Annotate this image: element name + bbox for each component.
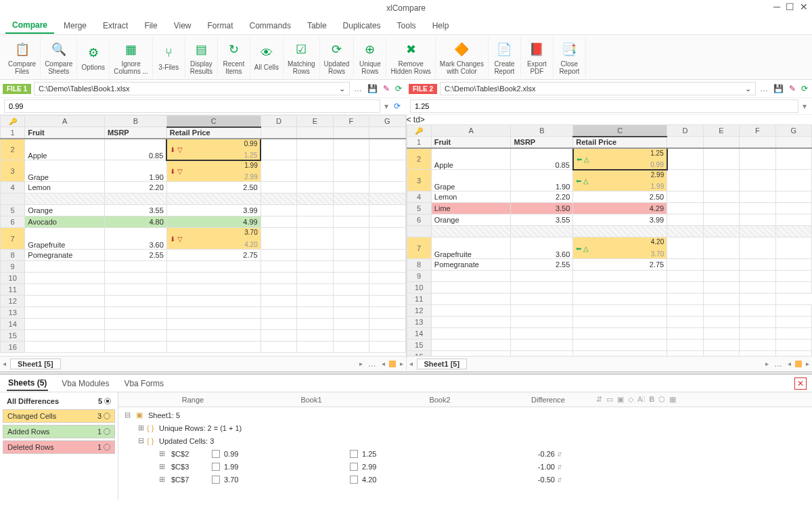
ribbon-compare-sheets[interactable]: 🔍Compare Sheets [41, 37, 77, 78]
radio-icon[interactable] [104, 428, 110, 435]
formula1-input[interactable] [4, 99, 380, 113]
summary-all[interactable]: All Differences5 [3, 395, 115, 407]
dropdown-icon[interactable]: ▾ [801, 101, 808, 111]
col-A[interactable]: A [431, 125, 511, 137]
checkbox[interactable] [350, 463, 358, 471]
row-3[interactable]: 3Grape1.90 ⬇ ▽1.992.99 [1, 160, 406, 182]
menu-file[interactable]: File [137, 18, 164, 33]
row-5[interactable]: 5Lime3.504.29 [407, 203, 812, 214]
col-F[interactable]: F [333, 116, 369, 127]
grid-2[interactable]: < td> 🔑 A B C D E F G 1FruitMSRPRetail P… [407, 115, 813, 356]
row-7[interactable]: 7Grapefruite3.60 ⬅ △4.203.70 [407, 237, 812, 259]
col-G[interactable]: G [369, 116, 405, 127]
ribbon-create-report[interactable]: 📄Create Report [489, 37, 521, 78]
menu-compare[interactable]: Compare [5, 18, 54, 34]
ribbon-updated-rows[interactable]: ⟳Updated Rows [320, 37, 355, 78]
next-icon[interactable]: ▸ [765, 360, 769, 367]
checkbox[interactable] [212, 450, 220, 458]
menu-format[interactable]: Format [201, 18, 240, 33]
menu-commands[interactable]: Commands [243, 18, 298, 33]
refresh-icon[interactable]: ⟳ [392, 101, 402, 111]
ribbon-mark-changes-with-color[interactable]: 🔶Mark Changes with Color [436, 37, 489, 78]
tool-icon[interactable]: ▦ [669, 395, 676, 404]
row-5[interactable]: 5Orange3.553.99 [1, 205, 406, 216]
sync-icon[interactable]: ⟳ [800, 84, 809, 93]
sync-icon[interactable]: ⟳ [394, 84, 403, 93]
row-4[interactable]: 4Lemon2.202.50 [1, 182, 406, 193]
summary-deleted[interactable]: Deleted Rows1 [3, 440, 115, 454]
tree-sheet[interactable]: ⊟▣Sheet1: 5 [118, 409, 812, 421]
tool-icon[interactable]: ▣ [617, 395, 624, 404]
row-6[interactable]: 6Orange3.553.99 [407, 214, 812, 226]
ribbon-recent-items[interactable]: ↻Recent Items [218, 37, 250, 78]
edit-icon[interactable]: ✎ [788, 84, 797, 93]
checkbox[interactable] [350, 450, 358, 458]
grid-1[interactable]: 🔑 A B C D E F G 1FruitMSRPRetail Price 2… [0, 115, 406, 356]
col-C[interactable]: C [573, 125, 667, 137]
tool-icon[interactable]: Aͨ [637, 395, 645, 404]
maximize-icon[interactable]: ☐ [786, 1, 794, 12]
tool-icon[interactable]: ⇵ [596, 395, 602, 404]
sheet-tab[interactable]: Sheet1 [5] [10, 359, 61, 369]
more-icon[interactable]: … [759, 84, 769, 93]
checkbox[interactable] [212, 476, 220, 484]
row-7[interactable]: 7Grapefruite3.60 ⬇ ▽3.704.20 [1, 228, 406, 250]
col-F[interactable]: F [740, 125, 775, 137]
checkbox[interactable] [350, 476, 358, 484]
more-icon[interactable]: … [353, 84, 363, 93]
row-2[interactable]: 2Apple0.85 ⬇ ▽0.991.25 [1, 139, 406, 160]
row-gap[interactable] [407, 226, 812, 237]
summary-changed[interactable]: Changed Cells3 [3, 409, 115, 423]
menu-tools[interactable]: Tools [390, 18, 423, 33]
ribbon-all-cells[interactable]: 👁All Cells [250, 37, 284, 78]
tree-updated[interactable]: ⊟{ }Updated Cells: 3 [118, 434, 812, 447]
dropdown-icon[interactable]: ▾ [383, 101, 390, 111]
chevron-down-icon[interactable]: ⌄ [745, 85, 751, 93]
next-icon[interactable]: ▸ [359, 360, 363, 367]
ribbon-matching-rows[interactable]: ☑Matching Rows [284, 37, 320, 78]
menu-duplicates[interactable]: Duplicates [336, 18, 388, 33]
ribbon-export-pdf[interactable]: 📕Export PDF [521, 37, 554, 78]
ribbon-compare-files[interactable]: 📋Compare Files [4, 37, 41, 78]
tree-unique[interactable]: ⊞{ }Unique Rows: 2 = (1 + 1) [118, 421, 812, 434]
prev-icon[interactable]: ◂ [3, 360, 6, 367]
col-E[interactable]: E [297, 116, 333, 127]
col-C[interactable]: C [166, 116, 261, 127]
edit-icon[interactable]: ✎ [382, 84, 391, 93]
tool-icon[interactable]: ▭ [606, 395, 613, 404]
tab-vba-forms[interactable]: Vba Forms [122, 377, 165, 390]
detail-cell-row[interactable]: ⊞$C$31.992.99-1.00 ⇵ [118, 460, 812, 473]
col-B[interactable]: B [104, 116, 166, 127]
menu-table[interactable]: Table [300, 18, 334, 33]
tab-sheets[interactable]: Sheets (5) [7, 376, 48, 391]
bold-icon[interactable]: B [649, 395, 654, 404]
detail-cell-row[interactable]: ⊞$C$73.704.20-0.50 ⇵ [118, 473, 812, 486]
radio-icon[interactable] [104, 413, 110, 419]
row-8[interactable]: 8Pomegranate2.552.75 [1, 250, 406, 261]
ribbon-options[interactable]: ⚙Options [77, 37, 110, 78]
col-A[interactable]: A [25, 116, 105, 127]
row-gap[interactable] [1, 193, 406, 205]
radio-icon[interactable] [104, 444, 110, 451]
detail-cell-row[interactable]: ⊞$C$20.991.25-0.26 ⇵ [118, 447, 812, 460]
prev-icon[interactable]: ◂ [409, 360, 413, 367]
row-6[interactable]: 6Avocado4.804.99 [1, 216, 406, 228]
file1-path[interactable]: C:\Demo\Tables\Book1.xlsx⌄ [34, 82, 350, 95]
close-panel-icon[interactable]: ✕ [794, 377, 807, 390]
ribbon-ignore-columns-[interactable]: ▦Ignore Columns ... [110, 37, 153, 78]
header-row[interactable]: 1FruitMSRPRetail Price [1, 127, 406, 139]
ribbon-unique-rows[interactable]: ⊕Unique Rows [354, 37, 386, 78]
col-B[interactable]: B [511, 125, 573, 137]
chevron-down-icon[interactable]: ⌄ [339, 85, 345, 93]
minimize-icon[interactable]: ─ [773, 1, 780, 12]
ribbon-display-results[interactable]: ▤Display Results [185, 37, 218, 78]
ribbon-remove-hidden-rows[interactable]: ✖Remove Hidden Rows [386, 37, 435, 78]
ribbon-close-report[interactable]: 📑Close Report [554, 37, 586, 78]
checkbox[interactable] [212, 463, 220, 471]
row-2[interactable]: 2Apple0.85 ⬅ △1.250.99 [407, 148, 812, 170]
col-E[interactable]: E [703, 125, 739, 137]
summary-added[interactable]: Added Rows1 [3, 425, 115, 438]
col-D[interactable]: D [261, 116, 296, 127]
radio-icon[interactable] [104, 398, 111, 405]
header-row[interactable]: 1FruitMSRPRetail Price [407, 137, 812, 148]
